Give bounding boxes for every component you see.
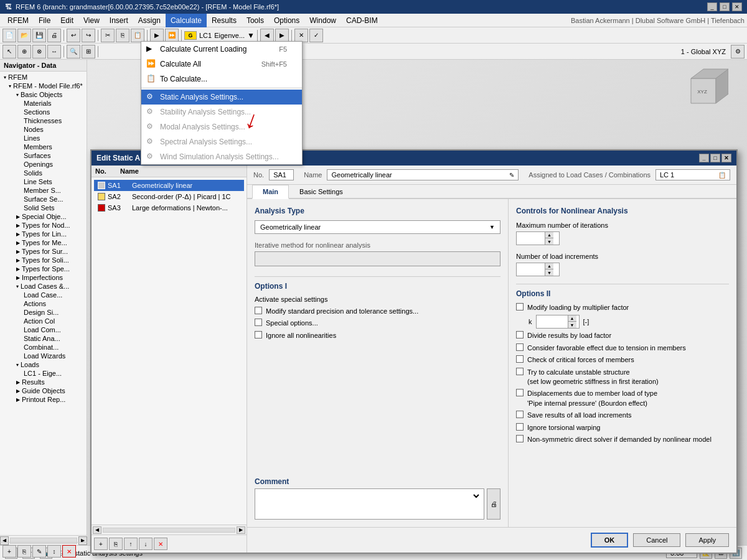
cb-critical-forces[interactable]: Check of critical forces of members — [516, 355, 729, 365]
tab-basic-settings[interactable]: Basic Settings — [289, 185, 354, 199]
tb-x[interactable]: ✕ — [294, 29, 308, 42]
nav-combinat[interactable]: Combinat... — [1, 343, 85, 352]
redo-btn[interactable]: ↪ — [82, 29, 95, 42]
add-sa-btn[interactable]: + — [94, 538, 108, 550]
checkbox-precision-box[interactable] — [255, 307, 262, 314]
menu-view[interactable]: View — [78, 14, 105, 27]
delete-sa-btn[interactable]: ✕ — [154, 538, 167, 550]
sa-item-sa1[interactable]: SA1 Geometrically linear — [94, 180, 244, 191]
lc-dropdown-icon[interactable]: ▼ — [247, 31, 255, 40]
nav-types-spe[interactable]: ▶ Types for Spe... — [1, 264, 85, 273]
cb-divide-results-box[interactable] — [516, 331, 524, 338]
nav-surfacesets[interactable]: Surface Se... — [1, 195, 85, 203]
num-load-up[interactable]: ▲ — [545, 263, 553, 269]
nav-lc1[interactable]: LC1 - Eige... — [1, 369, 85, 378]
apply-button[interactable]: Apply — [685, 533, 729, 547]
menu-rfem[interactable]: RFEM — [2, 14, 34, 27]
cb-displacements-box[interactable] — [516, 389, 524, 396]
menu-window[interactable]: Window — [304, 14, 341, 27]
dialog-maximize-btn[interactable]: □ — [710, 154, 720, 162]
cb-torsional-box[interactable] — [516, 423, 524, 431]
nav-materials[interactable]: Materials — [1, 99, 85, 108]
nav-types-lin[interactable]: ▶ Types for Lin... — [1, 230, 85, 238]
nav-staticana[interactable]: Static Ana... — [1, 334, 85, 343]
cb-modify-loading[interactable]: Modify loading by multiplier factor — [516, 303, 729, 312]
cb-save-results[interactable]: Save results of all load increments — [516, 411, 729, 420]
maximize-btn[interactable]: □ — [720, 2, 730, 11]
nav-designsi[interactable]: Design Si... — [1, 308, 85, 317]
nav-members[interactable]: Members — [1, 142, 85, 151]
tb-btn2[interactable]: ⏩ — [165, 29, 179, 42]
sa-item-sa3[interactable]: SA3 Large deformations | Newton-... — [94, 202, 244, 213]
k-spinbox[interactable]: ▲ ▼ — [536, 315, 580, 329]
nav-nodes[interactable]: Nodes — [1, 125, 85, 134]
checkbox-special-box[interactable] — [255, 319, 262, 326]
nav-special[interactable]: ▶ Special Obje... — [1, 212, 85, 221]
title-bar-controls[interactable]: _ □ ✕ — [707, 2, 742, 11]
nav-model[interactable]: ▾ RFEM - Model File.rf6* — [1, 82, 85, 90]
dialog-close-btn[interactable]: ✕ — [721, 154, 731, 162]
nav-guide[interactable]: ▶ Guide Objects — [1, 386, 85, 395]
tab-main[interactable]: Main — [252, 185, 289, 199]
nav-loadcases[interactable]: ▾ Load Cases &... — [1, 282, 85, 291]
open-btn[interactable]: 📂 — [17, 29, 31, 42]
menu-tools[interactable]: Tools — [242, 14, 269, 27]
cb-displacements[interactable]: Displacements due to member load of type… — [516, 389, 729, 408]
k-input[interactable] — [537, 317, 568, 327]
scroll-track[interactable] — [103, 528, 235, 533]
nav-prev[interactable]: ◀ — [260, 29, 274, 42]
menu-static-analysis[interactable]: ⚙ Static Analysis Settings... — [141, 90, 302, 105]
max-iter-spinbox[interactable]: ▲ ▼ — [516, 231, 560, 245]
menu-calculate-current[interactable]: ▶ Calculate Current Loading F5 — [141, 42, 302, 57]
ok-button[interactable]: OK — [591, 533, 629, 548]
menu-to-calculate[interactable]: 📋 To Calculate... — [141, 72, 302, 86]
num-load-spinbox[interactable]: ▲ ▼ — [516, 263, 560, 276]
nav-imperfections[interactable]: ▶ Imperfections — [1, 273, 85, 282]
copy-sa-btn[interactable]: ⎘ — [109, 538, 123, 550]
menu-calculate[interactable]: Calculate — [166, 14, 207, 27]
cb-divide-results[interactable]: Divide results by load factor — [516, 331, 729, 340]
import-sa-btn[interactable]: ↓ — [139, 538, 153, 550]
k-up[interactable]: ▲ — [568, 315, 576, 322]
export-sa-btn[interactable]: ↑ — [124, 538, 138, 550]
nav-sections[interactable]: Sections — [1, 108, 85, 116]
nav-actions[interactable]: Actions — [1, 299, 85, 308]
num-load-down[interactable]: ▼ — [545, 269, 553, 276]
nav-types-sol[interactable]: ▶ Types for Soli... — [1, 256, 85, 264]
sa-item-sa2[interactable]: SA2 Second-order (P-Δ) | Picard | 1C — [94, 191, 244, 202]
copy-btn[interactable]: ⎘ — [116, 29, 129, 42]
lc-selector[interactable]: G LC1 Eigenve... ▼ — [184, 31, 255, 40]
comment-input[interactable] — [255, 488, 484, 520]
comment-dropdown[interactable] — [258, 492, 481, 500]
nav-loadcom[interactable]: Load Com... — [1, 325, 85, 334]
new-btn[interactable]: 📄 — [2, 29, 16, 42]
max-iter-up[interactable]: ▲ — [545, 232, 553, 238]
num-load-input[interactable] — [517, 264, 545, 274]
cut-btn[interactable]: ✂ — [101, 29, 115, 42]
nav-types-nod[interactable]: ▶ Types for Nod... — [1, 221, 85, 230]
tb-btn1[interactable]: ▶ — [150, 29, 164, 42]
nav-rfem[interactable]: ▾ RFEM — [1, 73, 85, 82]
menu-calculate-all[interactable]: ⏩ Calculate All Shift+F5 — [141, 57, 302, 72]
comment-print-btn[interactable]: 🖨 — [487, 488, 500, 520]
k-down[interactable]: ▼ — [568, 322, 576, 328]
cancel-button[interactable]: Cancel — [633, 533, 680, 547]
cb-nonsymmetric-box[interactable] — [516, 435, 524, 442]
nav-loadwiz[interactable]: Load Wizards — [1, 352, 85, 360]
tb2-settings[interactable]: ⚙ — [731, 45, 745, 58]
assigned-edit-icon[interactable]: 📋 — [718, 172, 726, 179]
max-iter-input[interactable] — [517, 233, 545, 243]
dialog-title-controls[interactable]: _ □ ✕ — [699, 154, 731, 162]
nav-next[interactable]: ▶ — [275, 29, 289, 42]
menu-insert[interactable]: Insert — [105, 14, 133, 27]
sa-list-scrollbar[interactable]: ◀ ▶ — [92, 525, 247, 534]
tb2-btn4[interactable]: ↔ — [47, 45, 61, 58]
menu-assign[interactable]: Assign — [133, 14, 166, 27]
scroll-right-btn[interactable]: ▶ — [237, 526, 245, 534]
cb-unstable[interactable]: Try to calculate unstable structure(set … — [516, 368, 729, 387]
nav-types-sur[interactable]: ▶ Types for Sur... — [1, 247, 85, 256]
cb-modify-loading-box[interactable] — [516, 303, 524, 310]
cb-nonsymmetric[interactable]: Non-symmetric direct solver if demanded … — [516, 435, 729, 444]
nav-lines[interactable]: Lines — [1, 134, 85, 142]
checkbox-precision[interactable]: Modify standard precision and tolerance … — [255, 307, 500, 316]
